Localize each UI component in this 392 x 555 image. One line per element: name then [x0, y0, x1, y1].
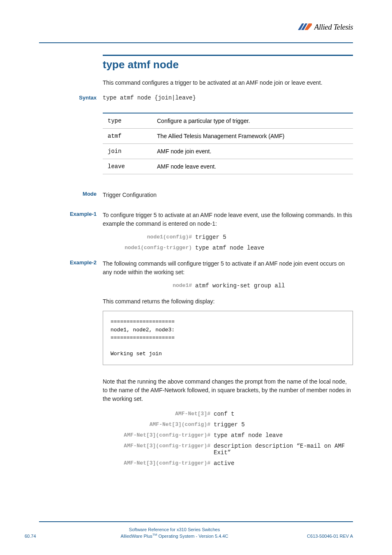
syntax-row: Syntax type atmf node {join|leave} [103, 95, 353, 101]
cmd-line: AMF-Net[3](config-trigger)# type atmf no… [103, 432, 353, 439]
syntax-code: type atmf node {join|leave} [103, 95, 353, 101]
cmd-text: atmf working-set group all [195, 282, 353, 289]
cmd-text: type atmf node leave [214, 432, 353, 439]
param-name: join [103, 144, 152, 159]
footer-line1: Software Reference for x310 Series Switc… [58, 527, 291, 532]
cmd-text: description description “E-mail on AMF E… [214, 443, 353, 456]
example1-commands: node1(config)# trigger 5 node1(config-tr… [103, 234, 353, 251]
example1-text: To configure trigger 5 to activate at an… [103, 211, 353, 228]
mode-label: Mode [39, 191, 97, 197]
page-header: Allied Telesis [39, 21, 353, 43]
example2-commands-1: node1# atmf working-set group all [103, 282, 353, 289]
cmd-prompt: node1(config)# [103, 234, 195, 240]
cmd-line: node1(config-trigger) type atmf node lea… [103, 245, 353, 251]
cmd-prompt: AMF-Net[3](config-trigger)# [103, 432, 214, 439]
example2-label: Example-2 [39, 259, 97, 266]
param-name: type [103, 113, 152, 129]
cmd-line: node1# atmf working-set group all [103, 282, 353, 289]
logo-mark-icon [298, 23, 312, 32]
example2-row: Example-2 The following commands will co… [103, 259, 353, 277]
section-title-wrap: type atmf node [103, 55, 353, 71]
footer-line2: AlliedWare PlusTM Operating System - Ver… [58, 533, 291, 539]
cmd-text: trigger 5 [195, 234, 353, 240]
cmd-line: node1(config)# trigger 5 [103, 234, 353, 240]
example1-label: Example-1 [39, 211, 97, 217]
page-title: type atmf node [103, 58, 353, 71]
logo-text: Allied Telesis [314, 23, 353, 32]
param-name: atmf [103, 129, 152, 144]
param-desc: The Allied Telesis Management Framework … [152, 129, 353, 144]
cmd-text: conf t [214, 411, 353, 417]
cmd-prompt: AMF-Net[3]# [103, 411, 214, 417]
trademark-icon: TM [152, 533, 157, 536]
cmd-text: type atmf node leave [195, 245, 353, 251]
table-row: leave AMF node leave event. [103, 159, 353, 174]
main-content: type atmf node This command configures a… [103, 55, 353, 467]
example2-commands-2: AMF-Net[3]# conf t AMF-Net[3](config)# t… [103, 411, 353, 467]
example2-note: Note that the running the above command … [103, 377, 353, 403]
mode-text: Trigger Configuration [103, 192, 157, 198]
cmd-line: AMF-Net[3](config-trigger)# active [103, 460, 353, 467]
table-row: join AMF node join event. [103, 144, 353, 159]
table-row: type Configure a particular type of trig… [103, 113, 353, 129]
example1-row: Example-1 To configure trigger 5 to acti… [103, 211, 353, 228]
parameter-table: type Configure a particular type of trig… [103, 113, 353, 174]
footer-divider [39, 521, 353, 522]
example2-follow-text: This command returns the following displ… [103, 297, 353, 306]
param-desc: AMF node join event. [152, 144, 353, 159]
page-footer: 60.74 Software Reference for x310 Series… [25, 527, 353, 539]
param-desc: Configure a particular type of trigger. [152, 113, 353, 129]
param-desc: AMF node leave event. [152, 159, 353, 174]
cmd-prompt: node1# [103, 282, 195, 289]
table-row: atmf The Allied Telesis Management Frame… [103, 129, 353, 144]
cmd-line: AMF-Net[3](config-trigger)# description … [103, 443, 353, 456]
footer-doc-id: C613-50046-01 REV A [291, 534, 353, 539]
cmd-text: active [214, 460, 353, 467]
output-box: ==================== node1, node2, node3… [103, 311, 353, 365]
cmd-prompt: AMF-Net[3](config-trigger)# [103, 460, 214, 467]
syntax-label: Syntax [39, 95, 97, 101]
mode-row: Mode Trigger Configuration [103, 191, 353, 199]
cmd-prompt: node1(config-trigger) [103, 245, 195, 251]
param-name: leave [103, 159, 152, 174]
example2-text: The following commands will configure tr… [103, 259, 353, 277]
cmd-prompt: AMF-Net[3](config)# [103, 421, 214, 428]
intro-paragraph: This command configures a trigger to be … [103, 79, 353, 87]
footer-center: Software Reference for x310 Series Switc… [58, 527, 291, 539]
cmd-prompt: AMF-Net[3](config-trigger)# [103, 443, 214, 456]
cmd-text: trigger 5 [214, 421, 353, 428]
cmd-line: AMF-Net[3]# conf t [103, 411, 353, 417]
footer-page-number: 60.74 [25, 534, 58, 539]
brand-logo: Allied Telesis [298, 23, 353, 32]
cmd-line: AMF-Net[3](config)# trigger 5 [103, 421, 353, 428]
